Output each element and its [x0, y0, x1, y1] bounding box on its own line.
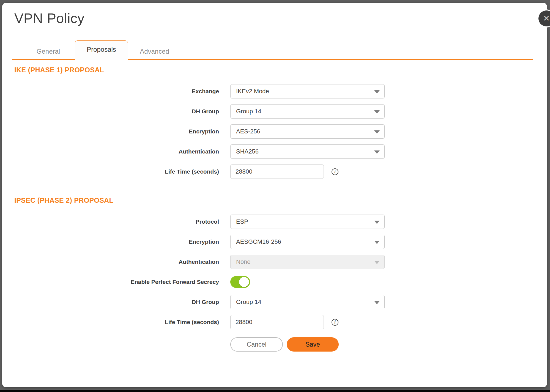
tab-general[interactable]: General — [22, 44, 75, 59]
info-icon[interactable]: i — [332, 168, 338, 175]
ike-encryption-value: AES-256 — [236, 128, 260, 135]
chevron-down-icon — [374, 90, 380, 94]
tab-proposals[interactable]: Proposals — [75, 40, 128, 60]
exchange-select[interactable]: IKEv2 Mode — [230, 84, 385, 98]
chevron-down-icon — [374, 130, 380, 134]
save-button[interactable]: Save — [287, 337, 339, 352]
ike-dh-group-value: Group 14 — [236, 108, 261, 115]
ipsec-dh-group-row: DH Group Group 14 — [12, 295, 533, 309]
pfs-toggle[interactable] — [230, 276, 250, 288]
ipsec-authentication-value: None — [236, 258, 251, 265]
ike-encryption-label: Encryption — [12, 128, 219, 135]
protocol-value: ESP — [236, 218, 248, 225]
chevron-down-icon — [374, 150, 380, 154]
ipsec-lifetime-label: Life Time (seconds) — [12, 319, 219, 325]
section-divider — [12, 190, 533, 190]
ipsec-dh-group-select[interactable]: Group 14 — [230, 295, 385, 309]
info-icon[interactable]: i — [332, 319, 338, 326]
ike-phase1-heading: IKE (PHASE 1) PROPOSAL — [14, 65, 533, 74]
ike-dh-group-label: DH Group — [12, 108, 219, 115]
chevron-down-icon — [374, 221, 380, 224]
chevron-down-icon — [374, 261, 380, 264]
ike-lifetime-row: Life Time (seconds) i — [12, 165, 533, 179]
chevron-down-icon — [374, 301, 380, 304]
exchange-label: Exchange — [12, 88, 219, 95]
ike-lifetime-input[interactable] — [230, 165, 324, 179]
ipsec-authentication-select: None — [230, 255, 385, 269]
ipsec-authentication-label: Authentication — [12, 259, 219, 265]
exchange-value: IKEv2 Mode — [236, 88, 269, 95]
ike-authentication-select[interactable]: SHA256 — [230, 144, 385, 159]
ike-dh-group-row: DH Group Group 14 — [12, 104, 533, 119]
ike-authentication-label: Authentication — [12, 148, 219, 155]
protocol-row: Protocol ESP — [12, 215, 533, 229]
chevron-down-icon — [374, 241, 380, 244]
protocol-label: Protocol — [12, 218, 219, 225]
ike-encryption-select[interactable]: AES-256 — [230, 124, 385, 139]
ipsec-phase2-heading: IPSEC (PHASE 2) PROPOSAL — [14, 196, 533, 205]
ipsec-dh-group-value: Group 14 — [236, 298, 261, 306]
ipsec-authentication-row: Authentication None — [12, 255, 533, 269]
vpn-policy-dialog: VPN Policy General Proposals Advanced IK… — [2, 3, 547, 387]
ike-authentication-row: Authentication SHA256 — [12, 144, 533, 159]
ike-encryption-row: Encryption AES-256 — [12, 124, 533, 139]
ipsec-encryption-label: Encryption — [12, 239, 219, 245]
protocol-select[interactable]: ESP — [230, 215, 385, 229]
ipsec-phase2-form: Protocol ESP Encryption AESGCM16-256 — [12, 215, 533, 352]
ike-phase1-form: Exchange IKEv2 Mode DH Group Group 14 — [12, 84, 533, 179]
ipsec-lifetime-row: Life Time (seconds) i — [12, 315, 533, 329]
ike-authentication-value: SHA256 — [236, 148, 259, 155]
window-bottom-edge — [0, 390, 550, 392]
tab-advanced[interactable]: Advanced — [128, 44, 181, 59]
pfs-row: Enable Perfect Forward Secrecy — [12, 275, 533, 289]
cancel-button[interactable]: Cancel — [230, 337, 283, 352]
ike-dh-group-select[interactable]: Group 14 — [230, 104, 385, 119]
ipsec-encryption-select[interactable]: AESGCM16-256 — [230, 235, 385, 249]
ipsec-lifetime-input[interactable] — [230, 315, 324, 329]
ipsec-encryption-row: Encryption AESGCM16-256 — [12, 235, 533, 249]
chevron-down-icon — [374, 110, 380, 114]
exchange-row: Exchange IKEv2 Mode — [12, 84, 533, 98]
ipsec-encryption-value: AESGCM16-256 — [236, 238, 281, 245]
ipsec-dh-group-label: DH Group — [12, 299, 219, 305]
tab-bar: General Proposals Advanced — [12, 40, 533, 60]
footer-actions: Cancel Save — [12, 337, 533, 352]
pfs-label: Enable Perfect Forward Secrecy — [12, 279, 219, 285]
toggle-knob — [239, 277, 249, 287]
page-title: VPN Policy — [14, 10, 533, 27]
ike-lifetime-label: Life Time (seconds) — [12, 168, 219, 175]
